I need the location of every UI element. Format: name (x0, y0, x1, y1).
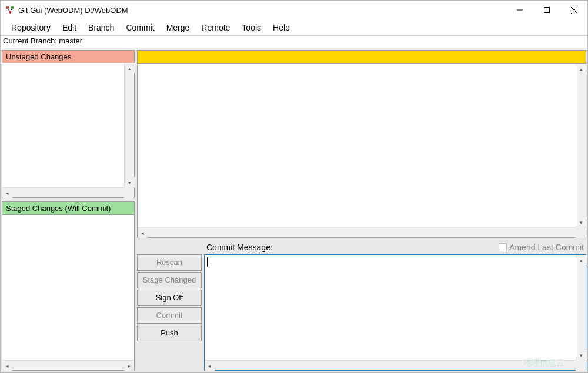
titlebar[interactable]: Git Gui (WebODM) D:/WebODM (1, 1, 587, 19)
commit-message-label: Commit Message: (206, 243, 273, 252)
staged-panel: Staged Changes (Will Commit) ◂▸ (2, 201, 135, 371)
scroll-up-icon[interactable]: ▴ (576, 64, 586, 74)
scroll-down-icon[interactable]: ▾ (576, 350, 586, 360)
commit-message-input[interactable]: ▴▾ ◂▸ (204, 254, 586, 371)
scroll-down-icon[interactable]: ▾ (125, 177, 135, 187)
diff-view[interactable]: ▴▾ ◂▸ (137, 64, 586, 238)
diff-header (137, 50, 586, 64)
stage-changed-button[interactable]: Stage Changed (137, 272, 202, 288)
menu-edit[interactable]: Edit (56, 21, 82, 35)
scroll-left-icon[interactable]: ◂ (138, 228, 148, 238)
window-controls (506, 1, 587, 19)
scroll-down-icon[interactable]: ▾ (576, 217, 586, 227)
menubar: Repository Edit Branch Commit Merge Remo… (1, 19, 587, 36)
scroll-left-icon[interactable]: ◂ (2, 188, 12, 198)
scroll-track[interactable] (125, 73, 134, 177)
menu-branch[interactable]: Branch (82, 21, 120, 35)
commit-area: Commit Message: Amend Last Commit Rescan… (137, 241, 586, 371)
right-column: ▴▾ ◂▸ Commit Message: Amend Last Commit … (135, 48, 587, 373)
scrollbar-horizontal[interactable]: ◂▸ (2, 360, 134, 370)
svg-rect-1 (11, 6, 14, 9)
scrollbar-horizontal[interactable]: ◂▸ (138, 227, 586, 237)
close-button[interactable] (560, 1, 587, 19)
commit-header: Commit Message: Amend Last Commit (137, 241, 586, 254)
menu-merge[interactable]: Merge (161, 21, 196, 35)
scroll-left-icon[interactable]: ◂ (205, 361, 215, 371)
scroll-right-icon[interactable]: ▸ (124, 361, 134, 371)
amend-last-commit[interactable]: Amend Last Commit (499, 243, 584, 252)
scroll-track[interactable] (12, 361, 124, 370)
main-area: Unstaged Changes ▴▾ ◂▸ Staged Changes (W… (1, 48, 587, 373)
amend-label: Amend Last Commit (509, 243, 584, 252)
action-buttons: Rescan Stage Changed Sign Off Commit Pus… (137, 254, 202, 371)
unstaged-header: Unstaged Changes (2, 51, 134, 63)
svg-rect-6 (544, 8, 550, 13)
scroll-track[interactable] (576, 265, 586, 350)
menu-remote[interactable]: Remote (195, 21, 236, 35)
scroll-corner (576, 227, 586, 237)
unstaged-list[interactable]: ▴▾ ◂▸ (2, 63, 134, 197)
svg-rect-2 (9, 11, 11, 14)
minimize-button[interactable] (506, 1, 533, 19)
menu-commit[interactable]: Commit (120, 21, 160, 35)
menu-repository[interactable]: Repository (5, 21, 56, 35)
scroll-up-icon[interactable]: ▴ (576, 255, 586, 265)
scrollbar-vertical[interactable]: ▴▾ (576, 64, 586, 227)
scroll-track[interactable] (12, 188, 124, 197)
menu-tools[interactable]: Tools (236, 21, 267, 35)
left-column: Unstaged Changes ▴▾ ◂▸ Staged Changes (W… (1, 48, 135, 373)
git-gui-icon (5, 5, 15, 15)
scrollbar-horizontal[interactable]: ◂▸ (2, 187, 134, 197)
push-button[interactable]: Push (137, 325, 202, 341)
scroll-corner (576, 360, 586, 370)
svg-line-3 (8, 9, 10, 11)
scrollbar-vertical[interactable]: ▴▾ (576, 255, 586, 360)
svg-line-4 (10, 9, 12, 11)
sign-off-button[interactable]: Sign Off (137, 290, 202, 306)
scroll-corner (124, 187, 134, 197)
scrollbar-vertical[interactable]: ▴▾ (124, 63, 134, 187)
rescan-button[interactable]: Rescan (137, 254, 202, 271)
maximize-button[interactable] (533, 1, 560, 19)
commit-button[interactable]: Commit (137, 307, 202, 324)
unstaged-panel: Unstaged Changes ▴▾ ◂▸ (2, 50, 135, 198)
menu-help[interactable]: Help (267, 21, 296, 35)
commit-body: Rescan Stage Changed Sign Off Commit Pus… (137, 254, 586, 371)
scrollbar-horizontal[interactable]: ◂▸ (205, 360, 586, 370)
scroll-track[interactable] (576, 74, 586, 217)
scroll-up-icon[interactable]: ▴ (125, 63, 135, 73)
diff-area: ▴▾ ◂▸ (137, 50, 586, 238)
scroll-track[interactable] (215, 361, 576, 370)
staged-list[interactable]: ◂▸ (2, 215, 134, 370)
window-title: Git Gui (WebODM) D:/WebODM (18, 6, 506, 15)
scroll-left-icon[interactable]: ◂ (2, 361, 12, 371)
text-cursor (207, 257, 208, 267)
svg-rect-0 (6, 6, 9, 9)
staged-header: Staged Changes (Will Commit) (2, 202, 134, 215)
current-branch-label: Current Branch: master (1, 36, 587, 48)
scroll-track[interactable] (148, 228, 576, 237)
checkbox-icon[interactable] (499, 243, 507, 251)
